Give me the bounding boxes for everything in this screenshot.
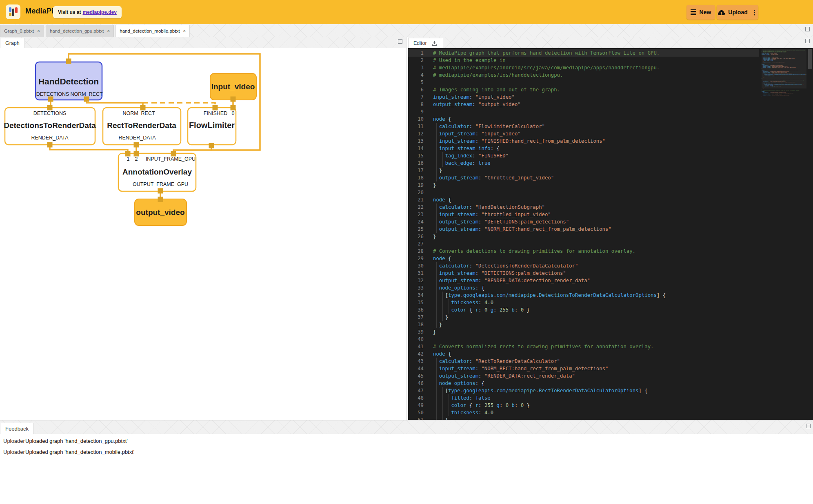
port-connector[interactable]: [134, 151, 139, 157]
code-line[interactable]: 29node {: [408, 255, 759, 262]
code-line[interactable]: 23 input_stream: "throttled_input_video": [408, 211, 759, 218]
code-line[interactable]: 8output_stream: "output_video": [408, 101, 759, 108]
code-line[interactable]: 45 output_stream: "RENDER_DATA:rect_rend…: [408, 372, 759, 380]
new-button[interactable]: New: [686, 5, 715, 20]
port-connector[interactable]: [209, 143, 214, 148]
tab-editor[interactable]: Editor: [408, 38, 443, 48]
tab-graph[interactable]: Graph: [0, 38, 25, 48]
edge-detection-render-data[interactable]: [50, 144, 128, 154]
more-options-icon[interactable]: ⋮: [751, 9, 757, 15]
port-connector[interactable]: [140, 105, 146, 111]
code-line[interactable]: 13 input_stream: "FINISHED:hand_rect_fro…: [408, 137, 759, 145]
port-connector[interactable]: [158, 188, 163, 194]
node-output-video[interactable]: output_video: [135, 199, 187, 225]
port-connector[interactable]: [158, 197, 163, 202]
upload-button[interactable]: Upload ⋮: [717, 5, 758, 20]
edge-finished-back-edge[interactable]: [143, 103, 215, 108]
code-line[interactable]: 28# Converts detections to drawing primi…: [408, 248, 759, 255]
code-line[interactable]: 30 calculator: "DetectionsToRenderDataCa…: [408, 262, 759, 270]
code-line[interactable]: 20: [408, 189, 759, 196]
node-hand-detection[interactable]: HandDetection DETECTIONS NORM_RECT: [36, 62, 103, 100]
file-tab[interactable]: Graph_0.pbtxt×: [0, 25, 44, 37]
code-line[interactable]: 22 calculator: "HandDetectionSubgraph": [408, 203, 759, 211]
code-line[interactable]: 44 input_stream: "NORM_RECT:hand_rect_fr…: [408, 365, 759, 372]
code-line[interactable]: 25 output_stream: "NORM_RECT:hand_rect_f…: [408, 225, 759, 233]
code-editor[interactable]: 1# MediaPipe graph that performs hand de…: [408, 48, 813, 420]
port-connector[interactable]: [66, 59, 71, 64]
code-line[interactable]: 16 back_edge: true: [408, 159, 759, 167]
close-tab-icon[interactable]: ×: [183, 29, 186, 33]
editor-scrollbar[interactable]: [807, 48, 813, 420]
port-connector[interactable]: [171, 151, 176, 157]
code-lines[interactable]: 1# MediaPipe graph that performs hand de…: [408, 49, 759, 420]
code-line[interactable]: 26}: [408, 233, 759, 240]
code-line[interactable]: 41# Converts normalized rects to drawing…: [408, 343, 759, 350]
graph-canvas[interactable]: HandDetection DETECTIONS NORM_RECT input…: [0, 48, 406, 420]
tab-feedback[interactable]: Feedback: [0, 423, 34, 434]
scrollbar-slider[interactable]: [808, 49, 812, 69]
code-line[interactable]: 19}: [408, 181, 759, 189]
expand-editor-icon[interactable]: [805, 39, 810, 43]
code-line[interactable]: 39}: [408, 328, 759, 336]
port-connector[interactable]: [48, 97, 53, 102]
visit-badge[interactable]: Visit us at mediapipe.dev: [53, 6, 122, 18]
node-annotation-overlay[interactable]: 1 2 INPUT_FRAME_GPU AnnotationOverlay OU…: [118, 153, 196, 191]
expand-graph-icon[interactable]: [398, 39, 402, 44]
port-connector[interactable]: [231, 105, 236, 111]
node-detections-to-render-data[interactable]: DETECTIONS DetectionsToRenderData RENDER…: [4, 108, 96, 145]
code-line[interactable]: 40: [408, 336, 759, 343]
code-line[interactable]: 50 thickness: 4.0: [408, 409, 759, 416]
code-line[interactable]: 11 calculator: "FlowLimiterCalculator": [408, 123, 759, 130]
code-line[interactable]: 27: [408, 240, 759, 248]
code-line[interactable]: 10node {: [408, 115, 759, 123]
code-line[interactable]: 15 tag_index: "FINISHED": [408, 152, 759, 159]
code-line[interactable]: 24 output_stream: "DETECTIONS:palm_detec…: [408, 218, 759, 225]
code-line[interactable]: 14 input_stream_info: {: [408, 145, 759, 152]
code-line[interactable]: 51 }: [408, 416, 759, 420]
port-connector[interactable]: [231, 97, 236, 102]
file-tab[interactable]: hand_detection_mobile.pbtxt×: [116, 25, 190, 37]
code-line[interactable]: 33 node_options: {: [408, 284, 759, 292]
port-connector[interactable]: [213, 105, 218, 111]
code-line[interactable]: 3# mediapipie/examples/android/src/java/…: [408, 64, 759, 71]
code-line[interactable]: 6# Images coming into and out of the gra…: [408, 86, 759, 93]
code-line[interactable]: 48 filled: false: [408, 394, 759, 402]
code-line[interactable]: 42node {: [408, 350, 759, 358]
code-line[interactable]: 43 calculator: "RectToRenderDataCalculat…: [408, 358, 759, 365]
code-line[interactable]: 17 }: [408, 167, 759, 174]
expand-tabs-icon[interactable]: [805, 27, 810, 31]
code-line[interactable]: 46 node_options: {: [408, 380, 759, 387]
code-line[interactable]: 5: [408, 79, 759, 86]
code-line[interactable]: 18 output_stream: "throttled_input_video…: [408, 174, 759, 181]
code-line[interactable]: 12 input_stream: "input_video": [408, 130, 759, 137]
file-tab[interactable]: hand_detection_gpu.pbtxt×: [46, 25, 114, 37]
minimap[interactable]: # MediaPipe graph that performs hand det…: [762, 49, 806, 97]
node-flow-limiter[interactable]: FINISHED 0 FlowLimiter: [188, 108, 236, 145]
node-rect-to-render-data[interactable]: NORM_RECT RectToRenderData RENDER_DATA: [103, 108, 181, 145]
code-line[interactable]: 9: [408, 108, 759, 115]
code-line[interactable]: 38 }: [408, 321, 759, 328]
port-connector[interactable]: [134, 142, 139, 148]
download-icon[interactable]: [431, 40, 438, 47]
code-line[interactable]: 2# Used in the example in: [408, 57, 759, 64]
code-line[interactable]: 21node {: [408, 196, 759, 203]
port-connector[interactable]: [125, 151, 131, 157]
code-line[interactable]: 34 [type.googleapis.com/mediapipe.Detect…: [408, 292, 759, 299]
code-line[interactable]: 7input_stream: "input_video": [408, 93, 759, 101]
code-line[interactable]: 31 input_stream: "DETECTIONS:palm_detect…: [408, 270, 759, 277]
code-line[interactable]: 37 }: [408, 314, 759, 321]
node-input-video[interactable]: input_video: [210, 73, 256, 100]
code-line[interactable]: 1# MediaPipe graph that performs hand de…: [408, 49, 759, 57]
close-tab-icon[interactable]: ×: [37, 29, 40, 33]
port-connector[interactable]: [84, 97, 89, 102]
expand-feedback-icon[interactable]: [806, 424, 811, 428]
code-line[interactable]: 35 thickness: 4.0: [408, 299, 759, 306]
code-line[interactable]: 36 color { r: 0 g: 255 b: 0 }: [408, 306, 759, 314]
code-line[interactable]: 49 color { r: 255 g: 0 b: 0 }: [408, 402, 759, 409]
edge-norm-rect[interactable]: [87, 99, 143, 108]
code-line[interactable]: 4# mediapipie/examples/ios/handdetection…: [408, 71, 759, 79]
code-line[interactable]: 32 output_stream: "RENDER_DATA:detection…: [408, 277, 759, 284]
mediapipe-dev-link[interactable]: mediapipe.dev: [82, 9, 116, 15]
close-tab-icon[interactable]: ×: [107, 29, 110, 33]
code-line[interactable]: 47 [type.googleapis.com/mediapipe.RectTo…: [408, 387, 759, 394]
